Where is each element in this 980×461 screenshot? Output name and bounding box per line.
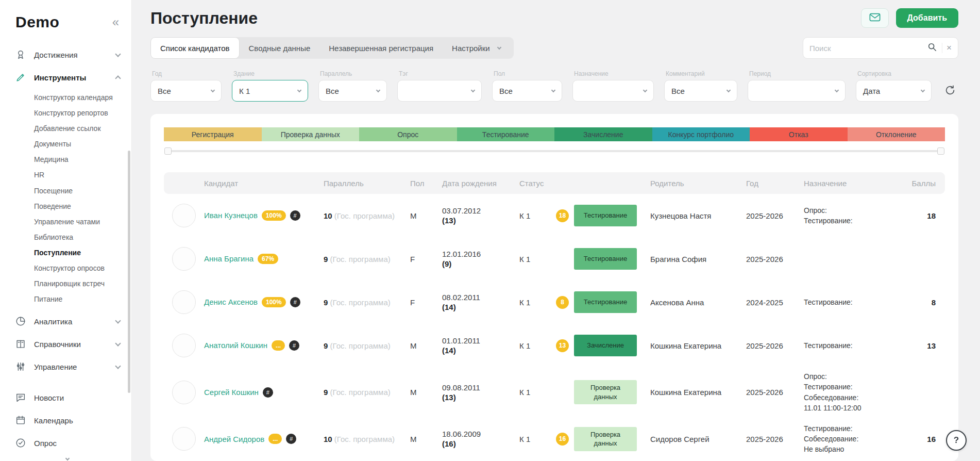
table-row[interactable]: Анатолий Кошкин ... # 9 (Гос. программа)…: [164, 324, 945, 367]
help-button[interactable]: ?: [946, 430, 967, 451]
sidebar-subitem[interactable]: Медицина: [0, 152, 131, 167]
sidebar-subitem[interactable]: Конструктор опросов: [0, 260, 131, 276]
pipeline-stage-portfolio[interactable]: Конкурс портфолио: [652, 127, 750, 141]
stage-chip[interactable]: Тестирование: [574, 248, 637, 270]
pipeline-stage-rejection[interactable]: Отклонение: [848, 127, 945, 141]
stage-chip[interactable]: Зачисление: [574, 335, 637, 356]
tab-summary-data[interactable]: Сводные данные: [240, 37, 320, 59]
table-row[interactable]: Иван Кузнецов 100% # 10 (Гос. программа)…: [164, 194, 945, 237]
chevron-down-icon: [115, 363, 121, 369]
table-row[interactable]: Сергей Кошкин # 9 (Гос. программа) M 09.…: [164, 367, 945, 417]
tab-settings[interactable]: Настройки: [443, 37, 514, 59]
stage-chip[interactable]: Проверка данных: [574, 380, 637, 404]
progress-badge: ...: [268, 434, 282, 444]
sidebar-subitem[interactable]: Поведение: [0, 199, 131, 214]
sidebar-subitem[interactable]: Добавление ссылок: [0, 121, 131, 136]
progress-badge: ...: [272, 340, 285, 351]
sidebar-collapse-button[interactable]: «: [112, 16, 119, 28]
pipeline-stage-data-check[interactable]: Проверка данных: [262, 127, 360, 141]
chevron-down-icon: [726, 88, 731, 92]
add-button[interactable]: Добавить: [896, 8, 959, 28]
sidebar-item-label: Опрос: [34, 439, 120, 448]
sidebar-item-directories[interactable]: Справочники: [0, 333, 131, 355]
tab-incomplete-registration[interactable]: Незавершенная регистрация: [319, 37, 443, 59]
filters-bar: Год Все Здание К 1 Параллель Все: [150, 70, 958, 102]
filter-tag-select[interactable]: [397, 80, 482, 102]
year-value: 2025-2026: [746, 255, 804, 264]
search-clear-button[interactable]: ×: [942, 43, 952, 53]
candidate-link[interactable]: Денис Аксенов: [204, 298, 258, 306]
age-value: (9): [442, 259, 519, 268]
sidebar-item-analytics[interactable]: Аналитика: [0, 310, 131, 333]
sidebar-subitem[interactable]: Посещение: [0, 183, 131, 199]
filter-label: Пол: [494, 70, 562, 77]
candidate-link[interactable]: Андрей Сидоров: [204, 435, 264, 443]
envelope-icon: [869, 13, 881, 23]
candidate-link[interactable]: Иван Кузнецов: [204, 211, 258, 220]
sidebar-item-achievements[interactable]: Достижения: [0, 43, 131, 66]
table-row[interactable]: Анна Брагина 67% 9 (Гос. программа) F 12…: [164, 237, 945, 281]
sidebar-subitem-admission[interactable]: Поступление: [0, 245, 131, 260]
pipeline-slider-handle-right[interactable]: [937, 147, 944, 155]
status-value: К 1: [519, 435, 530, 443]
tabs: Список кандидатов Сводные данные Незавер…: [150, 37, 514, 59]
sidebar-item-survey[interactable]: Опрос: [0, 432, 131, 454]
sidebar-item-tools[interactable]: Инструменты: [0, 66, 131, 89]
filter-label: Назначение: [574, 70, 654, 77]
sidebar-item-label: Аналитика: [34, 317, 109, 326]
filter-assignment-select[interactable]: [572, 80, 654, 102]
stage-chip[interactable]: Тестирование: [574, 205, 637, 226]
year-value: 2025-2026: [746, 341, 804, 350]
pipeline-slider-handle-left[interactable]: [164, 147, 172, 155]
sidebar-subitem[interactable]: Документы: [0, 136, 131, 152]
candidate-link[interactable]: Анна Брагина: [204, 254, 254, 263]
sidebar-item-news[interactable]: Новости: [0, 386, 131, 409]
age-value: (14): [442, 346, 519, 355]
filter-label: Здание: [233, 70, 308, 77]
pipeline-stage-survey[interactable]: Опрос: [359, 127, 457, 141]
chevron-down-icon: [211, 88, 215, 92]
candidate-link[interactable]: Сергей Кошкин: [204, 388, 259, 397]
sidebar-scrollbar[interactable]: [128, 151, 130, 393]
filter-period: Период: [748, 70, 846, 102]
sidebar-item-calendar[interactable]: Календарь: [0, 409, 131, 432]
sidebar-subitem[interactable]: Конструктор календаря: [0, 90, 131, 105]
filter-comment-select[interactable]: Все: [664, 80, 737, 102]
sidebar-subitem[interactable]: Питание: [0, 291, 131, 307]
filter-period-select[interactable]: [748, 80, 846, 102]
table-row[interactable]: Андрей Сидоров ... # 10 (Гос. программа)…: [164, 417, 945, 460]
candidates-card: Регистрация Проверка данных Опрос Тестир…: [150, 114, 958, 461]
sidebar-subitem[interactable]: Управление чатами: [0, 214, 131, 229]
topbar: Поступление Добавить: [150, 8, 958, 28]
pipeline-stage-registration[interactable]: Регистрация: [164, 127, 262, 141]
sidebar-subitem[interactable]: Библиотека: [0, 229, 131, 245]
chevron-down-icon: [643, 88, 647, 92]
sidebar-subitem[interactable]: HR: [0, 167, 131, 183]
score-badge: 8: [556, 296, 569, 309]
pipeline-stage-enrollment[interactable]: Зачисление: [554, 127, 652, 141]
sidebar-item-label: Достижения: [34, 51, 109, 59]
sidebar-item-management[interactable]: Управление: [0, 355, 131, 378]
search-icon[interactable]: [927, 42, 937, 54]
tab-candidates-list[interactable]: Список кандидатов: [150, 37, 240, 59]
pipeline-stage-refusal[interactable]: Отказ: [750, 127, 848, 141]
stage-chip[interactable]: Проверка данных: [574, 427, 637, 451]
sidebar-subitem[interactable]: Конструктор репортов: [0, 105, 131, 121]
pipeline-stage-testing[interactable]: Тестирование: [457, 127, 555, 141]
messages-button[interactable]: [861, 8, 889, 28]
table-row[interactable]: Денис Аксенов 100% # 9 (Гос. программа) …: [164, 281, 945, 324]
filter-sort-select[interactable]: Дата: [856, 80, 932, 102]
refresh-button[interactable]: [942, 80, 958, 102]
year-value: 2025-2026: [746, 211, 804, 220]
filter-value: Все: [158, 87, 171, 95]
calendar-icon: [14, 414, 27, 426]
parent-value: Аксенова Анна: [650, 298, 746, 307]
stage-chip[interactable]: Тестирование: [574, 291, 637, 313]
candidate-link[interactable]: Анатолий Кошкин: [204, 341, 267, 350]
sidebar-subitem[interactable]: Планировщик встреч: [0, 276, 131, 291]
search-input[interactable]: [809, 44, 922, 53]
filter-parallel-select[interactable]: Все: [318, 80, 387, 102]
filter-building-select[interactable]: К 1: [232, 80, 308, 102]
filter-sex-select[interactable]: Все: [492, 80, 562, 102]
filter-year-select[interactable]: Все: [150, 80, 222, 102]
